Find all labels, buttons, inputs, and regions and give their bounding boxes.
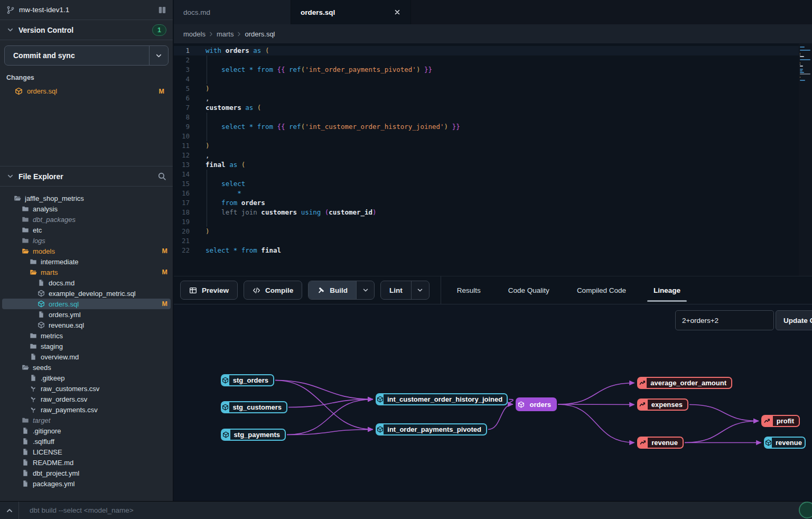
file-tree-item-packages.yml[interactable]: packages.yml xyxy=(0,478,173,489)
search-icon xyxy=(157,172,166,181)
cube-icon xyxy=(222,402,229,412)
file-icon xyxy=(22,448,29,456)
file-tree-item-marts[interactable]: marts M xyxy=(0,267,173,277)
file-tree-item-orders.sql[interactable]: orders.sql M xyxy=(2,299,171,309)
file-tree-item-.gitkeep[interactable]: .gitkeep xyxy=(0,373,173,383)
code-line: 13 final as ( xyxy=(174,160,812,170)
lineage-node-stg_payments[interactable]: stg_payments xyxy=(221,429,286,441)
file-tree-item-metrics[interactable]: metrics xyxy=(0,330,173,341)
lineage-node-profit[interactable]: profit xyxy=(761,415,800,427)
file-icon xyxy=(22,459,29,466)
file-tree-item-LICENSE[interactable]: LICENSE xyxy=(0,447,173,457)
update-graph-button[interactable]: Update G xyxy=(776,310,812,330)
folder-open-icon xyxy=(22,247,29,255)
editor-minimap[interactable] xyxy=(799,43,812,276)
file-tree-item-.gitignore[interactable]: .gitignore xyxy=(0,425,173,436)
lineage-node-stg_orders[interactable]: stg_orders xyxy=(221,374,274,386)
code-editor[interactable]: 1 with orders as ( 2 3 select * from {{ … xyxy=(174,43,812,276)
cube-icon xyxy=(517,398,526,410)
line-number: 13 xyxy=(174,160,198,170)
close-icon xyxy=(394,8,401,16)
file-tree-item-.sqlfluff[interactable]: .sqlfluff xyxy=(0,436,173,447)
close-tab-button[interactable] xyxy=(394,8,401,16)
file-tree-item-dbt_packages[interactable]: dbt_packages xyxy=(0,214,173,225)
button-label: Preview xyxy=(202,286,229,294)
button-label: Lint xyxy=(389,286,403,294)
lineage-selector-input[interactable] xyxy=(675,310,774,330)
file-tree-item-intermediate[interactable]: intermediate xyxy=(0,256,173,267)
code-line: 18 left join customers using (customer_i… xyxy=(174,208,812,217)
breadcrumb: models marts orders.sql xyxy=(174,24,812,43)
version-control-header[interactable]: Version Control 1 xyxy=(0,20,173,40)
editor-toolbar: Preview Compile Build Lint ResultsCode Q… xyxy=(174,276,812,304)
file-tree-item-orders.yml[interactable]: orders.yml xyxy=(0,309,173,320)
file-tree-item-example_develop_metric.sql[interactable]: example_develop_metric.sql xyxy=(0,288,173,299)
file-tree-item-analysis[interactable]: analysis xyxy=(0,203,173,214)
file-tree-item-docs.md[interactable]: docs.md xyxy=(0,277,173,288)
file-tree-item-dbt_project.yml[interactable]: dbt_project.yml xyxy=(0,468,173,478)
file-tree-item-etc[interactable]: etc xyxy=(0,225,173,235)
search-icon[interactable] xyxy=(157,172,166,181)
breadcrumb-item-orders.sql[interactable]: orders.sql xyxy=(245,30,275,38)
build-button[interactable]: Build xyxy=(308,281,375,300)
file-name: raw_customers.csv xyxy=(41,385,167,393)
file-tree-item-models[interactable]: models M xyxy=(0,246,173,256)
status-indicator[interactable] xyxy=(799,502,812,518)
cube-icon xyxy=(222,431,229,438)
code-line: 7 customers as ( xyxy=(174,103,812,113)
file-icon xyxy=(30,353,37,360)
lineage-node-int_customer_order_history_joined[interactable]: int_customer_order_history_joined xyxy=(376,393,508,405)
version-control-badge: 1 xyxy=(152,24,166,36)
lineage-node-int_order_payments_pivoted[interactable]: int_order_payments_pivoted xyxy=(376,423,487,435)
breadcrumb-item-marts[interactable]: marts xyxy=(217,30,234,38)
editor-tab-orders.sql[interactable]: orders.sql xyxy=(291,0,411,24)
node-label: stg_payments xyxy=(230,431,285,439)
chevron-down-icon xyxy=(155,52,163,60)
file-tree-item-staging[interactable]: staging xyxy=(0,341,173,351)
lint-options-caret[interactable] xyxy=(411,281,429,299)
file-explorer-header[interactable]: File Explorer xyxy=(0,166,173,187)
lint-button[interactable]: Lint xyxy=(380,281,430,300)
file-tree-item-seeds[interactable]: seeds xyxy=(0,362,173,373)
lineage-node-revenue[interactable]: revenue xyxy=(764,437,806,449)
preview-button[interactable]: Preview xyxy=(180,281,238,300)
file-tree-item-raw_customers.csv[interactable]: raw_customers.csv xyxy=(0,383,173,394)
tab-code-quality[interactable]: Code Quality xyxy=(494,276,563,304)
lineage-node-revenue[interactable]: revenue xyxy=(637,437,684,449)
compile-button[interactable]: Compile xyxy=(244,281,302,300)
lineage-node-average_order_amount[interactable]: average_order_amount xyxy=(637,377,732,389)
file-tree-item-target[interactable]: target xyxy=(0,415,173,425)
file-name: .sqlfluff xyxy=(33,438,167,446)
tab-results[interactable]: Results xyxy=(443,276,494,304)
file-name: packages.yml xyxy=(33,480,167,488)
folder-open-icon xyxy=(22,364,29,371)
commit-options-caret[interactable] xyxy=(149,46,168,65)
code-line: 15 select xyxy=(174,179,812,189)
changed-file-row[interactable]: orders.sql M xyxy=(4,85,169,98)
seed-icon xyxy=(30,406,37,413)
lineage-node-expenses[interactable]: expenses xyxy=(637,398,688,411)
build-options-caret[interactable] xyxy=(356,281,374,299)
file-tree-item-overview.md[interactable]: overview.md xyxy=(0,351,173,362)
file-tree-item-logs[interactable]: logs xyxy=(0,235,173,246)
file-tree-item-revenue.sql[interactable]: revenue.sql xyxy=(0,320,173,330)
commit-and-sync-button[interactable]: Commit and sync xyxy=(4,45,169,66)
changed-file-name: orders.sql xyxy=(27,87,155,95)
lineage-node-stg_customers[interactable]: stg_customers xyxy=(221,401,287,413)
file-tree-item-raw_orders.csv[interactable]: raw_orders.csv xyxy=(0,394,173,404)
line-number: 16 xyxy=(174,189,198,198)
command-input[interactable]: dbt build --select <model_name> xyxy=(19,506,812,514)
folder-icon xyxy=(22,237,29,244)
tab-lineage[interactable]: Lineage xyxy=(640,276,694,304)
tab-compiled-code[interactable]: Compiled Code xyxy=(563,276,640,304)
file-tree-item-jaffle_shop_metrics[interactable]: jaffle_shop_metrics xyxy=(0,193,173,203)
split-columns-icon[interactable] xyxy=(158,6,166,14)
lineage-node-orders[interactable]: orders xyxy=(516,397,557,411)
breadcrumb-item-models[interactable]: models xyxy=(183,30,206,38)
file-tree-item-README.md[interactable]: README.md xyxy=(0,457,173,468)
cube-icon xyxy=(377,426,384,433)
file-tree-item-raw_payments.csv[interactable]: raw_payments.csv xyxy=(0,404,173,415)
cube-icon xyxy=(222,377,229,384)
command-bar-expand-toggle[interactable] xyxy=(0,502,19,519)
editor-tab-docs.md[interactable]: docs.md xyxy=(174,0,291,24)
